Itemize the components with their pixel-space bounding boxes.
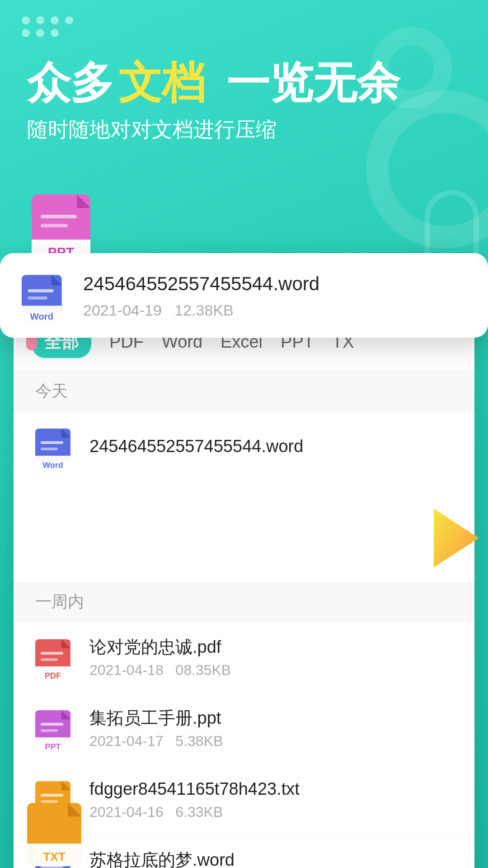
status-dots-row1 [0, 0, 488, 24]
txt-float-bottom-icon: TXT [27, 794, 90, 868]
svg-rect-28 [41, 652, 63, 655]
ppt-file-name: 集拓员工手册.ppt [89, 707, 453, 729]
hero-title-part2: 一览无余 [226, 59, 400, 107]
word2-file-name: 苏格拉底的梦.word [89, 849, 453, 868]
highlight-file-info: 245464552557455544.word 2021-04-19 12.38… [83, 272, 466, 320]
highlight-spacer [14, 482, 474, 582]
svg-text:TXT: TXT [43, 850, 65, 863]
section-week: 一周内 [14, 582, 474, 622]
svg-marker-10 [434, 509, 479, 567]
svg-text:PPT: PPT [45, 742, 61, 751]
today-file-info: 245464552557455544.word [89, 435, 453, 458]
ppt-file-info: 集拓员工手册.ppt 2021-04-17 5.38KB [89, 707, 453, 750]
svg-rect-6 [41, 215, 77, 218]
word-file-icon: Word [35, 424, 75, 469]
svg-rect-36 [41, 729, 58, 732]
pdf-file-name: 论对党的忠诚.pdf [89, 636, 453, 658]
svg-text:Word: Word [30, 311, 53, 321]
highlight-card[interactable]: Word 245464552557455544.word 2021-04-19 … [0, 253, 488, 338]
txt-file-info: fdgger84541165t78h423.txt 2021-04-16 6.3… [89, 778, 453, 821]
highlight-file-meta: 2021-04-19 12.38KB [83, 302, 466, 319]
svg-rect-21 [41, 441, 63, 444]
hero-title: 众多文档 一览无余 [27, 59, 461, 107]
txt-file-name: fdgger84541165t78h423.txt [89, 778, 453, 800]
hero-subtitle: 随时随地对对文档进行压缩 [27, 115, 461, 144]
main-card: ‹ 文档 全部 [14, 257, 474, 868]
section-today: 今天 [14, 371, 474, 411]
pdf-file-icon: PDF [35, 635, 75, 680]
svg-rect-64 [28, 297, 47, 300]
pdf-file-meta: 2021-04-18 08.35KB [89, 662, 453, 679]
hero-title-part1: 众多 [27, 59, 114, 107]
hero-title-highlight: 文档 [118, 59, 205, 107]
svg-rect-63 [28, 289, 54, 292]
ppt-file-item[interactable]: PPT 集拓员工手册.ppt 2021-04-17 5.38KB [14, 693, 474, 764]
ppt-file-icon: PPT [35, 706, 75, 751]
svg-rect-29 [41, 658, 58, 661]
highlight-file-name: 245464552557455544.word [83, 272, 466, 297]
hero-section: 众多文档 一览无余 随时随地对对文档进行压缩 [0, 37, 488, 157]
status-dots-row2 [0, 24, 488, 37]
ppt-file-meta: 2021-04-17 5.38KB [89, 733, 453, 750]
svg-rect-7 [41, 224, 68, 227]
highlight-file-size: 12.38KB [174, 302, 233, 319]
svg-rect-22 [41, 448, 58, 450]
svg-rect-35 [41, 723, 63, 726]
today-file-item[interactable]: Word 245464552557455544.word [14, 411, 474, 482]
svg-text:PDF: PDF [45, 671, 61, 680]
highlight-word-icon: Word [22, 269, 67, 321]
svg-text:Word: Word [42, 461, 63, 469]
pdf-file-info: 论对党的忠诚.pdf 2021-04-18 08.35KB [89, 636, 453, 679]
word2-file-info: 苏格拉底的梦.word 2021-04-14 5.26KB [89, 849, 453, 868]
today-file-name: 245464552557455544.word [89, 435, 453, 458]
pdf-file-item[interactable]: PDF 论对党的忠诚.pdf 2021-04-18 08.35KB [14, 622, 474, 693]
highlight-file-date: 2021-04-19 [83, 302, 162, 319]
play-float-icon [429, 506, 483, 571]
txt-file-meta: 2021-04-16 6.33KB [89, 804, 453, 821]
